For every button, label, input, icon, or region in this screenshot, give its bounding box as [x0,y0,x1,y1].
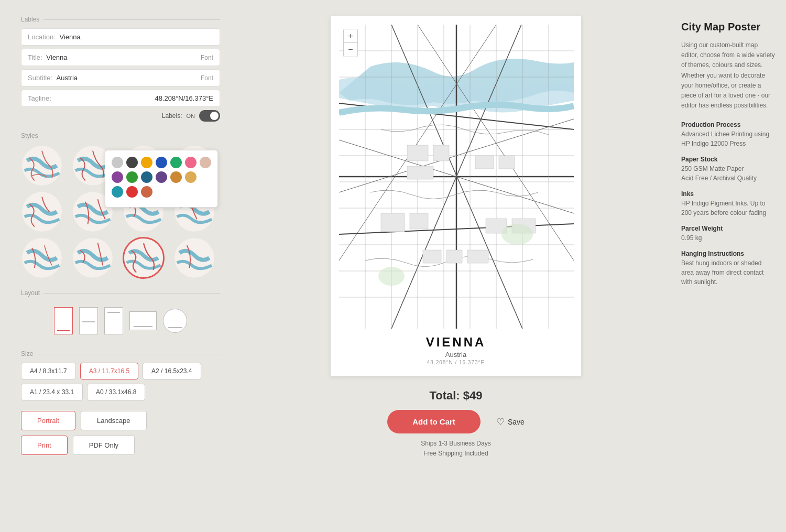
shipping-line-2: Free Shipping Included [387,449,525,459]
color-dot[interactable] [170,157,182,168]
layout-portrait-middle[interactable] [79,307,98,334]
shipping-info: Ships 1-3 Business Days Free Shipping In… [387,439,525,459]
subtitle-field[interactable]: Subtitle: Austria Font [21,69,220,86]
style-item-12[interactable] [173,237,215,279]
color-dot[interactable] [200,157,211,168]
format-pdf[interactable]: PDF Only [73,436,135,455]
color-dot[interactable] [141,157,152,168]
labels-toggle-state: ON [187,113,195,119]
color-dot[interactable] [185,171,196,183]
style-item-9[interactable] [21,237,63,279]
color-dot[interactable] [112,186,123,198]
svg-rect-51 [467,250,488,263]
layout-section: Layout [21,289,220,340]
add-to-cart-button[interactable]: Add to Cart [387,410,481,433]
color-row-2 [112,171,211,183]
layout-landscape[interactable] [129,311,157,330]
spec-hanging-label: Hanging Instructions [681,250,776,257]
layout-portrait-bottom[interactable] [54,307,73,334]
svg-point-52 [501,224,533,245]
location-field[interactable]: Location: Vienna [21,28,220,46]
location-value: Vienna [59,33,80,41]
format-row: Print PDF Only [21,436,220,455]
svg-rect-49 [423,250,441,263]
heart-icon: ♡ [496,416,505,428]
style-item-10[interactable] [72,237,114,279]
styles-section-title: Styles [21,132,220,139]
product-description: Using our custom-built map editor, choos… [681,40,776,111]
size-a0[interactable]: A0 / 33.1x46.8 [87,384,145,400]
subtitle-label: Subtitle: [28,74,54,82]
layout-portrait-top[interactable] [104,307,123,334]
color-row-3 [112,186,211,198]
title-font-button[interactable]: Font [201,54,213,61]
color-dot[interactable] [141,186,152,198]
map-preview-container: + − [330,16,582,376]
color-dot[interactable] [156,157,167,168]
color-dot[interactable] [112,157,123,168]
color-dot[interactable] [126,171,138,183]
layout-section-title: Layout [21,289,220,297]
svg-rect-41 [433,145,449,161]
style-item-1[interactable] [21,145,63,187]
save-label: Save [508,418,525,426]
svg-rect-42 [407,166,433,179]
tagline-label: Tagline: [28,94,51,102]
save-button[interactable]: ♡ Save [496,416,525,428]
zoom-out-button[interactable]: − [344,43,357,57]
total-text: Total: $49 [387,389,525,403]
size-a2[interactable]: A2 / 16.5x23.4 [143,363,201,379]
tagline-field[interactable]: Tagline: 48.208°N/16.373°E [21,90,220,107]
left-panel: Lables Location: Vienna Title: Vienna Fo… [0,0,241,532]
map-svg [339,25,574,329]
size-a1[interactable]: A1 / 23.4 x 33.1 [21,384,83,400]
right-panel: City Map Poster Using our custom-built m… [671,0,786,532]
color-dot[interactable] [126,157,138,168]
map-label-area: VIENNA Austria 48.208°N / 16.373°E [339,329,573,367]
spec-paper-stock: Paper Stock 250 GSM Matte Paper Acid Fre… [681,156,776,183]
color-dot[interactable] [126,186,138,198]
svg-rect-40 [407,145,428,161]
color-dot[interactable] [141,171,152,183]
spec-production-process: Production Process Advanced Lichee Print… [681,121,776,148]
center-panel: + − [241,0,671,532]
product-title: City Map Poster [681,21,776,33]
orientation-landscape[interactable]: Landscape [81,411,147,430]
size-grid: A4 / 8.3x11.7 A3 / 11.7x16.5 A2 / 16.5x2… [21,363,220,400]
svg-rect-45 [381,213,405,232]
location-label: Location: [28,33,57,41]
style-item-5[interactable] [21,191,63,233]
size-a3[interactable]: A3 / 11.7x16.5 [80,363,138,379]
layout-options [21,302,220,340]
tagline-value: 48.208°N/16.373°E [155,94,213,102]
spec-paper-value: 250 GSM Matte Paper Acid Free / Archival… [681,164,776,183]
purchase-area: Total: $49 Add to Cart ♡ Save Ships 1-3 … [387,389,525,459]
color-dot[interactable] [170,171,182,183]
color-picker-popup [105,150,218,208]
spec-inks-value: HP Indigo Pigment Inks. Up to 200 years … [681,199,776,218]
spec-production-value: Advanced Lichee Printing using HP Indigo… [681,129,776,148]
orientation-portrait[interactable]: Portrait [21,411,75,430]
svg-rect-43 [475,156,494,169]
map-frame: + − [339,25,574,329]
spec-inks: Inks HP Indigo Pigment Inks. Up to 200 y… [681,190,776,218]
labels-section-title: Lables [21,16,220,23]
svg-rect-44 [499,156,515,169]
color-dot[interactable] [112,171,123,183]
map-city-name: VIENNA [343,335,569,350]
style-item-11[interactable] [123,237,165,279]
spec-inks-label: Inks [681,190,776,198]
title-value: Vienna [46,53,67,61]
layout-circle[interactable] [163,309,187,333]
format-print[interactable]: Print [21,436,68,455]
subtitle-font-button[interactable]: Font [201,74,213,82]
labels-section: Lables Location: Vienna Title: Vienna Fo… [21,16,220,122]
size-a4[interactable]: A4 / 8.3x11.7 [21,363,76,379]
spec-weight-value: 0.95 kg [681,233,776,243]
color-dot[interactable] [156,171,167,183]
color-dot[interactable] [185,157,196,168]
shipping-line-1: Ships 1-3 Business Days [387,439,525,449]
labels-toggle-switch[interactable] [199,110,220,122]
title-field[interactable]: Title: Vienna Font [21,49,220,66]
zoom-in-button[interactable]: + [344,29,357,43]
